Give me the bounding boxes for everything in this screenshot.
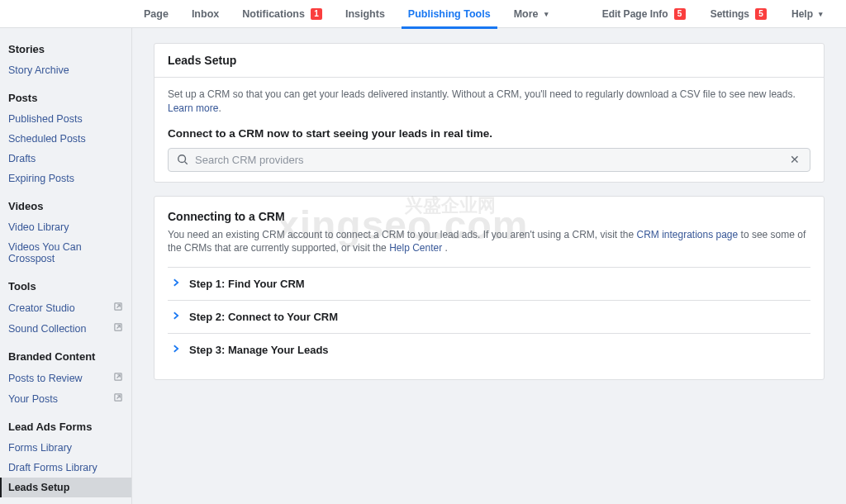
close-icon[interactable]: ✕ — [790, 154, 801, 165]
external-link-icon — [113, 322, 123, 335]
sidebar-item-creator-studio[interactable]: Creator Studio — [0, 297, 131, 318]
svg-point-8 — [178, 155, 186, 163]
chevron-right-icon — [171, 278, 181, 290]
main-content: Leads Setup Set up a CRM so that you can… — [132, 28, 846, 504]
sidebar-section-videos: Videos — [0, 200, 131, 217]
tab-inbox[interactable]: Inbox — [180, 0, 231, 28]
help-center-link[interactable]: Help Center — [389, 242, 442, 254]
external-link-icon — [113, 392, 123, 405]
chevron-right-icon — [171, 344, 181, 356]
connect-heading: Connect to a CRM now to start seeing you… — [168, 127, 810, 140]
tab-help[interactable]: Help▾ — [780, 0, 834, 28]
crm-step-3[interactable]: Step 3: Manage Your Leads — [168, 333, 810, 366]
connecting-crm-card: Connecting to a CRM You need an existing… — [154, 196, 825, 381]
sidebar-item-posts-to-review[interactable]: Posts to Review — [0, 368, 131, 388]
sidebar-item-videos-you-can-crosspost[interactable]: Videos You Can Crosspost — [0, 237, 131, 269]
sidebar-section-branded-content: Branded Content — [0, 350, 131, 368]
svg-line-9 — [185, 162, 188, 164]
sidebar-item-story-archive[interactable]: Story Archive — [0, 60, 131, 80]
tab-settings[interactable]: Settings5 — [699, 0, 778, 28]
badge: 1 — [311, 8, 322, 20]
tab-notifications[interactable]: Notifications1 — [231, 0, 334, 28]
badge: 5 — [755, 8, 767, 20]
sidebar-item-your-posts[interactable]: Your Posts — [0, 388, 131, 409]
search-crm-input[interactable] — [195, 154, 783, 166]
step-label: Step 3: Manage Your Leads — [189, 344, 329, 356]
sidebar-item-scheduled-posts[interactable]: Scheduled Posts — [0, 129, 131, 149]
sidebar-item-expiring-posts[interactable]: Expiring Posts — [0, 169, 131, 188]
sidebar-item-leads-setup[interactable]: Leads Setup — [0, 478, 131, 497]
tab-insights[interactable]: Insights — [334, 0, 397, 28]
tab-publishing-tools[interactable]: Publishing Tools — [397, 0, 502, 28]
external-link-icon — [113, 302, 123, 314]
external-link-icon — [113, 372, 123, 384]
sidebar-section-tools: Tools — [0, 280, 131, 297]
search-icon — [177, 154, 188, 165]
step-label: Step 2: Connect to Your CRM — [189, 311, 338, 323]
sidebar-section-stories: Stories — [0, 43, 131, 60]
crm-step-2[interactable]: Step 2: Connect to Your CRM — [168, 300, 810, 333]
crm-step-1[interactable]: Step 1: Find Your CRM — [168, 267, 810, 300]
connecting-crm-desc: You need an existing CRM account to conn… — [168, 228, 810, 256]
sidebar-item-draft-forms-library[interactable]: Draft Forms Library — [0, 458, 131, 478]
search-crm-box[interactable]: ✕ — [168, 148, 810, 172]
leads-setup-title: Leads Setup — [154, 44, 824, 78]
leads-setup-desc: Set up a CRM so that you can get your le… — [168, 88, 810, 116]
tab-edit-page-info[interactable]: Edit Page Info5 — [591, 0, 697, 28]
connecting-crm-title: Connecting to a CRM — [168, 210, 810, 223]
chevron-down-icon: ▾ — [819, 0, 823, 28]
sidebar-section-lead-ads-forms: Lead Ads Forms — [0, 421, 131, 438]
badge: 5 — [674, 8, 686, 20]
sidebar-item-forms-library[interactable]: Forms Library — [0, 438, 131, 458]
sidebar: StoriesStory ArchivePostsPublished Posts… — [0, 28, 132, 504]
leads-setup-card: Leads Setup Set up a CRM so that you can… — [154, 43, 825, 183]
learn-more-link[interactable]: Learn more — [168, 102, 218, 114]
crm-integrations-link[interactable]: CRM integrations page — [636, 229, 738, 240]
sidebar-item-drafts[interactable]: Drafts — [0, 149, 131, 169]
top-nav: PageInboxNotifications1InsightsPublishin… — [0, 0, 846, 28]
sidebar-item-sound-collection[interactable]: Sound Collection — [0, 318, 131, 339]
tab-page[interactable]: Page — [132, 0, 180, 28]
tab-more[interactable]: More▾ — [502, 0, 560, 28]
sidebar-item-published-posts[interactable]: Published Posts — [0, 109, 131, 129]
chevron-down-icon: ▾ — [544, 0, 549, 28]
sidebar-section-posts: Posts — [0, 92, 131, 109]
sidebar-item-video-library[interactable]: Video Library — [0, 217, 131, 237]
chevron-right-icon — [171, 311, 181, 323]
step-label: Step 1: Find Your CRM — [189, 278, 305, 290]
